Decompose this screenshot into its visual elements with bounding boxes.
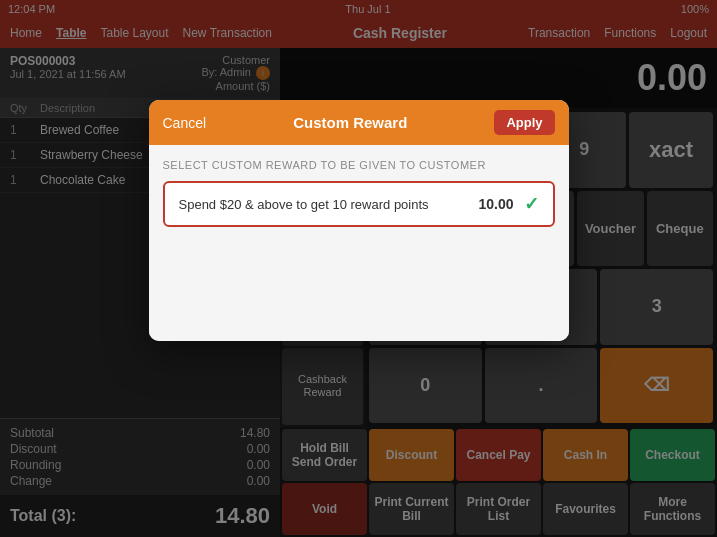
modal-cancel-btn[interactable]: Cancel	[163, 115, 207, 131]
modal-title: Custom Reward	[293, 114, 407, 131]
modal-overlay[interactable]: Cancel Custom Reward Apply SELECT CUSTOM…	[0, 0, 717, 537]
modal-spacer	[163, 227, 555, 327]
reward-option[interactable]: Spend $20 & above to get 10 reward point…	[163, 181, 555, 227]
reward-option-text: Spend $20 & above to get 10 reward point…	[179, 197, 429, 212]
reward-checkmark: ✓	[524, 193, 539, 215]
modal-instruction: SELECT CUSTOM REWARD TO BE GIVEN TO CUST…	[163, 159, 555, 171]
modal-body: SELECT CUSTOM REWARD TO BE GIVEN TO CUST…	[149, 145, 569, 341]
reward-points: 10.00	[478, 196, 513, 212]
modal-apply-btn[interactable]: Apply	[494, 110, 554, 135]
reward-option-right: 10.00 ✓	[478, 193, 538, 215]
modal: Cancel Custom Reward Apply SELECT CUSTOM…	[149, 100, 569, 341]
modal-header: Cancel Custom Reward Apply	[149, 100, 569, 145]
